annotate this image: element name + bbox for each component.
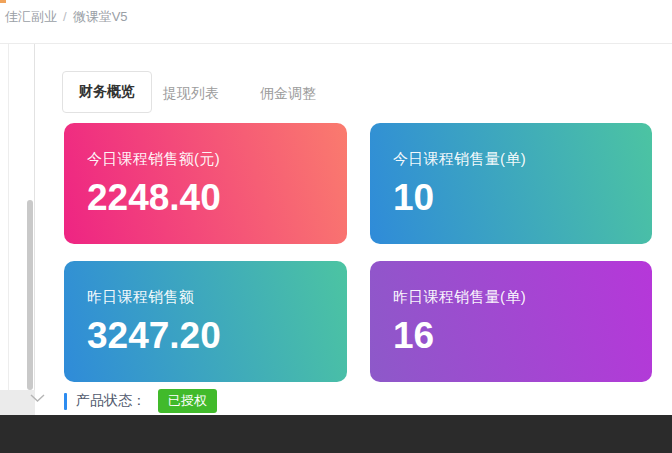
stat-card-label: 昨日课程销售量(单) <box>393 288 629 307</box>
stat-card-today-sales-count: 今日课程销售量(单) 10 <box>370 123 652 244</box>
tab-finance-overview[interactable]: 财务概览 <box>62 71 152 113</box>
status-badge: 已授权 <box>158 389 217 413</box>
tab-commission-adjust[interactable]: 佣金调整 <box>260 85 316 103</box>
stat-card-value: 3247.20 <box>87 315 324 358</box>
windows-taskbar: 中 23:55 2024/1/5 2 <box>0 415 672 453</box>
stat-card-label: 今日课程销售额(元) <box>87 150 324 169</box>
admin-panel: 财务概览 提现列表 佣金调整 今日课程销售额(元) 2248.40 今日课程销售… <box>36 44 672 415</box>
stat-card-label: 昨日课程销售额 <box>87 288 324 307</box>
stat-card-value: 16 <box>393 315 629 358</box>
stat-card-value: 10 <box>393 177 629 220</box>
chevron-down-icon[interactable] <box>29 393 46 403</box>
tab-withdraw-list[interactable]: 提现列表 <box>163 85 219 103</box>
background-window-strip <box>0 44 35 415</box>
stat-card-label: 今日课程销售量(单) <box>393 150 629 169</box>
breadcrumb-item-app[interactable]: 佳汇副业 <box>5 9 57 24</box>
panel-divider <box>8 44 9 415</box>
breadcrumb-item-page[interactable]: 微课堂V5 <box>73 9 128 24</box>
breadcrumb: 佳汇副业/微课堂V5 <box>5 8 128 26</box>
product-status-label: 产品状态： <box>76 392 146 410</box>
stat-card-yesterday-sales-count: 昨日课程销售量(单) 16 <box>370 261 652 382</box>
stat-card-value: 2248.40 <box>87 177 324 220</box>
stat-card-today-sales-amount: 今日课程销售额(元) 2248.40 <box>64 123 347 244</box>
scrollbar-thumb[interactable] <box>27 200 33 390</box>
page-header: 佳汇副业/微课堂V5 <box>0 0 672 44</box>
breadcrumb-separator: / <box>63 9 67 24</box>
product-status-row: 产品状态： 已授权 <box>64 388 217 414</box>
logo-fragment <box>0 0 6 3</box>
stat-card-yesterday-sales-amount: 昨日课程销售额 3247.20 <box>64 261 347 382</box>
status-accent-bar <box>64 393 67 410</box>
